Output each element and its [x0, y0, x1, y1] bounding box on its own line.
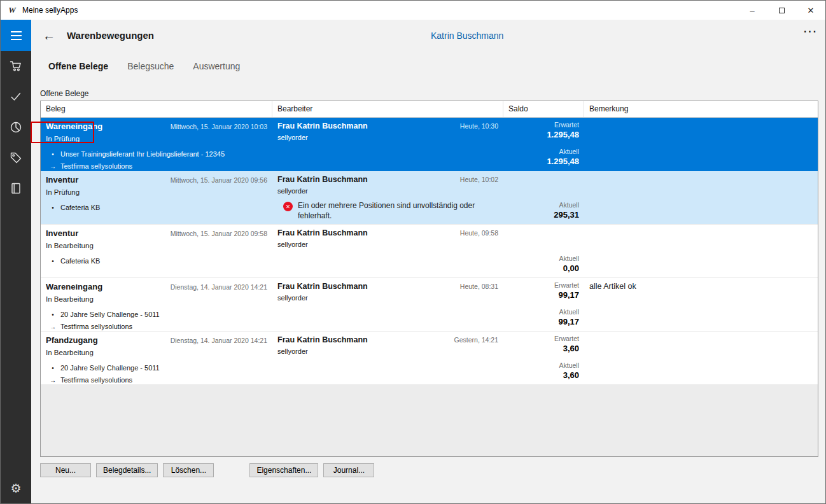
doc-editor-app: sellyorder	[277, 294, 498, 302]
doc-detail-text: Cafeteria KB	[60, 255, 100, 267]
column-header-beleg[interactable]: Beleg	[41, 101, 272, 117]
saldo-cell: Erwartet 1.295,48 Aktuell 1.295,48	[503, 118, 584, 171]
page-header: ← Warenbewegungen Katrin Buschmann ···	[31, 20, 826, 52]
doc-detail-text: Testfirma sellysolutions	[60, 321, 132, 331]
saldo-cell: Erwartet 3,60 Aktuell 3,60	[503, 332, 584, 384]
list-caption: Offene Belege	[40, 89, 89, 98]
menu-button[interactable]	[1, 20, 31, 51]
doc-time: Heute, 09:58	[460, 229, 498, 237]
doc-editor: Frau Katrin Buschmann	[277, 282, 368, 291]
doc-editor: Frau Katrin Buschmann	[277, 335, 368, 344]
doc-detail: • 20 Jahre Selly Challenge - 5011	[46, 362, 267, 374]
doc-details: • Cafeteria KB	[46, 255, 267, 267]
saldo-actual: Aktuell 3,60	[559, 361, 579, 380]
table-row[interactable]: Wareneingang Dienstag, 14. Januar 2020 1…	[41, 278, 818, 332]
documents-table: Beleg Bearbeiter Saldo Bemerkung Warenei…	[40, 101, 818, 457]
saldo-actual: Aktuell 295,31	[554, 201, 579, 220]
pie-chart-icon	[10, 121, 22, 134]
saldo-actual-label: Aktuell	[547, 148, 579, 155]
doc-detail-text: Testfirma sellysolutions	[60, 374, 132, 384]
settings-button[interactable]: ⚙	[1, 473, 31, 503]
doc-detail: → Testfirma sellysolutions	[46, 321, 267, 331]
sidebar-item-belege[interactable]	[1, 81, 31, 112]
saldo-cell: Erwartet 99,17 Aktuell 99,17	[503, 278, 584, 331]
doc-status: In Bearbeitung	[46, 295, 267, 303]
bearbeiter-cell: Frau Katrin Buschmann Heute, 10:02 selly…	[272, 171, 503, 224]
back-button[interactable]: ←	[39, 26, 59, 45]
table-row[interactable]: Pfandzugang Dienstag, 14. Januar 2020 14…	[41, 332, 818, 385]
more-button[interactable]: ···	[804, 26, 818, 38]
saldo-expected-label: Erwartet	[547, 121, 579, 129]
doc-details: • 20 Jahre Selly Challenge - 5011 → Test…	[46, 362, 267, 384]
beleg-cell: Inventur Mittwoch, 15. Januar 2020 09:56…	[41, 171, 272, 224]
properties-button[interactable]: Eigenschaften...	[249, 463, 318, 477]
arrow-marker: →	[50, 160, 56, 171]
saldo-actual: Aktuell 1.295,48	[547, 148, 579, 166]
doc-detail: • Unser Trainingslieferant Ihr Lieblings…	[46, 148, 267, 160]
column-header-bemerkung[interactable]: Bemerkung	[584, 101, 818, 117]
arrow-marker: →	[50, 374, 56, 384]
column-header-saldo[interactable]: Saldo	[503, 101, 584, 117]
doc-detail-text: Testfirma sellysolutions	[60, 160, 132, 171]
bemerkung-cell: alle Artikel ok	[584, 278, 818, 331]
window-controls: – ✕	[738, 1, 825, 20]
tab-belegsuche[interactable]: Belegsuche	[127, 61, 174, 71]
beleg-cell: Wareneingang Mittwoch, 15. Januar 2020 1…	[41, 118, 272, 171]
doc-detail: • Cafeteria KB	[46, 255, 267, 267]
doc-details: • Cafeteria KB	[46, 202, 267, 214]
sidebar-item-journal[interactable]	[1, 173, 31, 204]
new-button[interactable]: Neu...	[40, 463, 91, 477]
page-title: Warenbewegungen	[67, 30, 154, 41]
saldo-expected-label: Erwartet	[554, 281, 579, 289]
bemerkung-cell	[584, 171, 818, 224]
doc-status: In Bearbeitung	[46, 349, 267, 356]
check-icon	[10, 90, 22, 103]
title-bar: W Meine sellyApps – ✕	[1, 1, 825, 20]
doc-detail-text: 20 Jahre Selly Challenge - 5011	[60, 309, 160, 321]
price-tag-icon	[10, 151, 22, 164]
bemerkung-cell	[584, 118, 818, 171]
beleg-cell: Pfandzugang Dienstag, 14. Januar 2020 14…	[41, 332, 272, 384]
sidebar-item-einkauf[interactable]	[1, 51, 31, 81]
book-icon	[10, 182, 22, 195]
doc-time: Gestern, 14:21	[454, 336, 498, 344]
sidebar-item-auswertung[interactable]	[1, 112, 31, 143]
doc-date: Mittwoch, 15. Januar 2020 09:58	[171, 230, 267, 237]
doc-time: Heute, 10:30	[460, 122, 498, 130]
delete-button[interactable]: Löschen...	[163, 463, 214, 477]
error-icon: ✕	[283, 202, 293, 211]
doc-type: Wareneingang	[46, 282, 102, 291]
bearbeiter-cell: Frau Katrin Buschmann Heute, 10:30 selly…	[272, 118, 503, 171]
minimize-icon: –	[750, 6, 754, 15]
bullet-marker: •	[50, 362, 56, 374]
tab-auswertung[interactable]: Auswertung	[193, 61, 240, 71]
column-header-bearbeiter[interactable]: Bearbeiter	[272, 101, 503, 117]
footer-button-bar: Neu... Belegdetails... Löschen... Eigens…	[40, 463, 374, 477]
saldo-cell: Aktuell 0,00	[503, 225, 584, 277]
doc-editor-app: sellyorder	[277, 241, 498, 248]
doc-time: Heute, 10:02	[460, 176, 498, 183]
table-row[interactable]: Wareneingang Mittwoch, 15. Januar 2020 1…	[41, 118, 818, 171]
doc-date: Dienstag, 14. Januar 2020 14:21	[171, 337, 267, 344]
maximize-button[interactable]	[767, 1, 796, 20]
doc-type: Wareneingang	[46, 122, 102, 131]
doc-type: Pfandzugang	[46, 335, 98, 345]
saldo-expected-label: Erwartet	[554, 335, 579, 342]
doc-type: Inventur	[46, 175, 78, 185]
details-button[interactable]: Belegdetails...	[96, 463, 158, 477]
minimize-button[interactable]: –	[738, 1, 767, 20]
doc-editor-app: sellyorder	[277, 134, 498, 141]
user-name[interactable]: Katrin Buschmann	[431, 31, 503, 41]
arrow-marker: →	[50, 321, 56, 331]
saldo-actual-value: 295,31	[554, 210, 579, 220]
journal-button[interactable]: Journal...	[323, 463, 374, 477]
doc-detail-text: Unser Trainingslieferant Ihr Lieblingsli…	[60, 148, 225, 160]
app-window: W Meine sellyApps – ✕	[0, 0, 826, 504]
sidebar-item-preise[interactable]	[1, 143, 31, 173]
gear-icon: ⚙	[10, 482, 21, 494]
table-row[interactable]: Inventur Mittwoch, 15. Januar 2020 09:56…	[41, 171, 818, 225]
table-row[interactable]: Inventur Mittwoch, 15. Januar 2020 09:58…	[41, 225, 818, 278]
tab-offene-belege[interactable]: Offene Belege	[48, 61, 108, 71]
close-button[interactable]: ✕	[796, 1, 825, 20]
bemerkung-cell	[584, 225, 818, 277]
